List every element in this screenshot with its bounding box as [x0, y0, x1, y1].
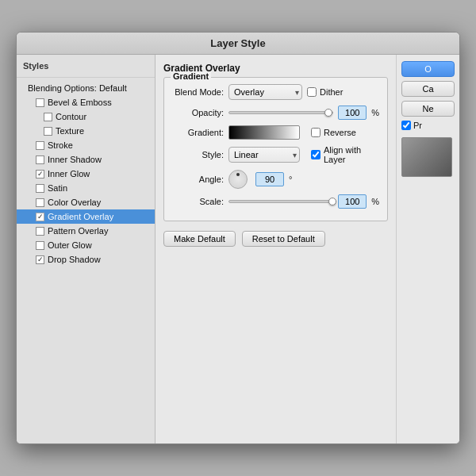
inner-glow-checkbox[interactable] — [36, 170, 44, 178]
make-default-button[interactable]: Make Default — [163, 231, 236, 247]
satin-checkbox[interactable] — [36, 184, 44, 193]
opacity-percent: % — [371, 108, 379, 117]
gradient-label: Gradient: — [172, 128, 224, 137]
outer-glow-checkbox[interactable] — [36, 241, 44, 250]
sidebar-item-satin[interactable]: Satin — [17, 181, 155, 195]
opacity-input[interactable]: 100 — [338, 106, 367, 120]
reverse-row: Reverse — [311, 128, 356, 137]
group-box-title: Gradient — [171, 71, 211, 81]
opacity-slider[interactable] — [228, 111, 333, 114]
sidebar-item-label: Inner Glow — [48, 169, 90, 178]
main-panel: Gradient Overlay Gradient Blend Mode: No… — [155, 55, 396, 443]
angle-unit: ° — [289, 175, 292, 184]
blend-mode-select-wrapper[interactable]: NormalDissolveDarkenMultiplyColor BurnLi… — [228, 84, 302, 100]
ok-button[interactable]: O — [401, 61, 455, 77]
sidebar-item-inner-shadow[interactable]: Inner Shadow — [17, 152, 155, 167]
align-checkbox[interactable] — [311, 150, 321, 159]
preview-label: Pr — [413, 121, 422, 130]
sidebar-item-label: Outer Glow — [48, 240, 92, 250]
scale-row: Scale: 100 % — [172, 194, 379, 209]
styles-section-label: Styles — [17, 58, 155, 74]
sidebar-item-label: Texture — [56, 126, 84, 136]
dither-label: Dither — [320, 87, 343, 97]
sidebar-item-label: Satin — [48, 183, 67, 193]
reverse-checkbox[interactable] — [311, 128, 321, 137]
stroke-checkbox[interactable] — [36, 141, 44, 150]
blend-mode-select[interactable]: NormalDissolveDarkenMultiplyColor BurnLi… — [228, 84, 302, 100]
texture-checkbox[interactable] — [44, 127, 52, 136]
reset-default-button[interactable]: Reset to Default — [242, 231, 325, 247]
sidebar-item-label: Color Overlay — [48, 198, 101, 207]
opacity-label: Opacity: — [172, 108, 224, 117]
sidebar-item-label: Inner Shadow — [48, 155, 102, 164]
sidebar-item-outer-glow[interactable]: Outer Glow — [17, 238, 155, 252]
dialog-title: Layer Style — [210, 37, 265, 49]
bevel-emboss-checkbox[interactable] — [36, 98, 44, 107]
gradient-swatch[interactable] — [228, 125, 300, 140]
angle-row: Angle: 90 ° — [172, 170, 379, 189]
sidebar-item-label: Gradient Overlay — [48, 212, 113, 221]
sidebar-item-blending-options[interactable]: Blending Options: Default — [17, 81, 155, 95]
angle-widget[interactable] — [228, 170, 248, 189]
sidebar-item-label: Blending Options: Default — [28, 83, 127, 93]
sidebar-item-pattern-overlay[interactable]: Pattern Overlay — [17, 224, 155, 238]
angle-input[interactable]: 90 — [255, 172, 284, 186]
angle-label: Angle: — [172, 175, 224, 184]
sidebar-item-gradient-overlay[interactable]: Gradient Overlay — [17, 209, 155, 224]
layer-style-dialog: Layer Style Styles Blending Options: Def… — [16, 32, 460, 444]
scale-slider-thumb[interactable] — [328, 198, 336, 205]
sidebar-item-label: Contour — [56, 112, 86, 121]
angle-dot — [236, 173, 240, 176]
preview-row: Pr — [401, 121, 455, 130]
style-select-wrapper[interactable]: LinearRadialAngleReflectedDiamond — [228, 147, 300, 163]
new-button[interactable]: Ne — [401, 101, 455, 117]
gradient-overlay-checkbox[interactable] — [36, 213, 44, 221]
right-panel: O Ca Ne Pr — [396, 55, 459, 443]
inner-shadow-checkbox[interactable] — [36, 155, 44, 164]
scale-percent: % — [371, 197, 379, 206]
scale-label: Scale: — [172, 197, 224, 206]
align-row: Align with Layer — [311, 145, 379, 164]
sidebar-item-texture[interactable]: Texture — [17, 124, 155, 138]
align-label: Align with Layer — [324, 145, 379, 164]
blend-mode-row: Blend Mode: NormalDissolveDarkenMultiply… — [172, 84, 379, 100]
sidebar-item-contour[interactable]: Contour — [17, 109, 155, 124]
dither-row: Dither — [307, 87, 343, 97]
scale-slider[interactable] — [228, 200, 333, 203]
dialog-body: Styles Blending Options: Default Bevel &… — [17, 55, 459, 443]
bottom-buttons: Make Default Reset to Default — [163, 231, 388, 247]
scale-input[interactable]: 100 — [338, 194, 367, 209]
contour-checkbox[interactable] — [44, 113, 52, 121]
divider — [17, 77, 155, 78]
gradient-group: Gradient Blend Mode: NormalDissolveDarke… — [163, 77, 388, 221]
left-panel: Styles Blending Options: Default Bevel &… — [17, 55, 155, 443]
color-overlay-checkbox[interactable] — [36, 198, 44, 207]
sidebar-item-stroke[interactable]: Stroke — [17, 138, 155, 152]
drop-shadow-checkbox[interactable] — [36, 255, 44, 264]
pattern-overlay-checkbox[interactable] — [36, 227, 44, 236]
cancel-button[interactable]: Ca — [401, 81, 455, 97]
sidebar-item-label: Pattern Overlay — [48, 226, 108, 236]
sidebar-item-label: Bevel & Emboss — [48, 98, 112, 107]
sidebar-item-inner-glow[interactable]: Inner Glow — [17, 167, 155, 181]
opacity-row: Opacity: 100 % — [172, 106, 379, 120]
gradient-row: Gradient: Reverse — [172, 125, 379, 140]
sidebar-item-color-overlay[interactable]: Color Overlay — [17, 195, 155, 209]
sidebar-item-bevel-emboss[interactable]: Bevel & Emboss — [17, 95, 155, 109]
title-bar: Layer Style — [17, 33, 459, 55]
sidebar-item-label: Drop Shadow — [48, 255, 101, 264]
sidebar-item-drop-shadow[interactable]: Drop Shadow — [17, 252, 155, 267]
blend-mode-label: Blend Mode: — [172, 87, 224, 97]
preview-swatch — [401, 137, 452, 177]
preview-checkbox[interactable] — [401, 121, 411, 130]
reverse-label: Reverse — [324, 128, 356, 137]
sidebar-item-label: Stroke — [48, 140, 73, 150]
style-row: Style: LinearRadialAngleReflectedDiamond… — [172, 145, 379, 164]
opacity-slider-thumb[interactable] — [324, 109, 332, 117]
style-label: Style: — [172, 150, 224, 159]
dither-checkbox[interactable] — [307, 87, 317, 97]
style-select[interactable]: LinearRadialAngleReflectedDiamond — [228, 147, 300, 163]
